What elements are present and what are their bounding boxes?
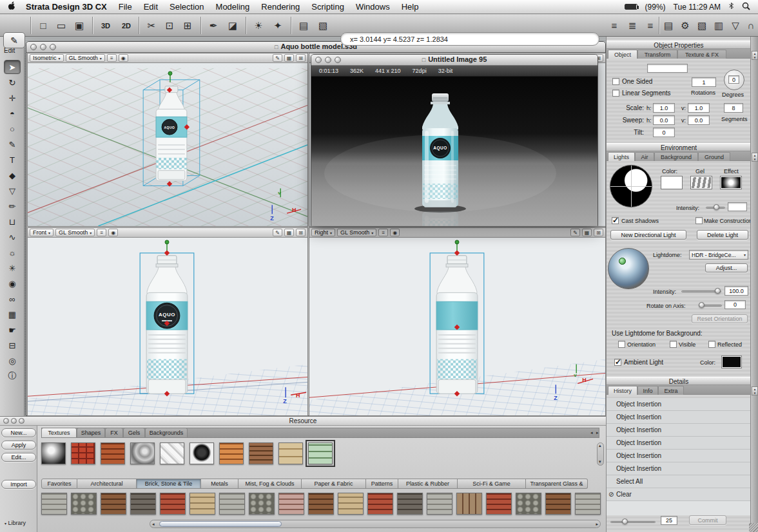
object-name-field[interactable] [647, 64, 688, 73]
apply-button[interactable]: Apply [1, 441, 36, 450]
menu-modeling[interactable]: Modeling [210, 2, 256, 12]
paste-icon[interactable]: ⊞ [179, 17, 196, 33]
snap-2d-button[interactable]: 2D [117, 18, 135, 33]
fill-tool[interactable]: ◆ [4, 168, 21, 182]
texture-thumbnail[interactable] [545, 493, 571, 515]
object-properties-header[interactable]: Object Properties [607, 41, 751, 49]
eraser-icon[interactable]: ◪ [224, 17, 241, 33]
polygon-tool[interactable]: ▽ [4, 184, 21, 198]
scroll-up-icon[interactable]: ▴ [599, 443, 601, 448]
menu-edit[interactable]: Edit [138, 2, 164, 12]
light-color-swatch[interactable] [661, 176, 683, 189]
texture-thumbnail[interactable] [456, 493, 482, 515]
texture-thumbnail[interactable] [249, 493, 275, 515]
scroll-right-icon[interactable]: ▸ [596, 522, 598, 527]
view-select-dropdown[interactable]: Front▾ [30, 229, 53, 236]
texture-thumbnail-brown-brick[interactable] [249, 442, 273, 464]
render-window-titlebar[interactable]: □Untitled Image 95 [311, 55, 598, 66]
delete-light-button[interactable]: Delete Light [697, 230, 748, 240]
tab-fx[interactable]: FX [105, 428, 123, 438]
section-scroll-icon[interactable]: ▴▾ [752, 51, 758, 60]
menu-rendering[interactable]: Rendering [255, 2, 306, 12]
texture-thumbnail[interactable] [397, 493, 423, 515]
texture-thumbnail[interactable] [190, 493, 215, 515]
linear-segments-checkbox[interactable] [612, 90, 619, 97]
printer-icon[interactable]: ▤ [661, 17, 675, 33]
funnel-icon[interactable]: ▽ [728, 17, 743, 33]
cast-shadows-checkbox[interactable] [612, 217, 619, 224]
texture-thumbnail[interactable] [308, 493, 334, 515]
menu-windows[interactable]: Windows [350, 2, 396, 12]
menubar-clock[interactable]: Tue 11:29 AM [674, 3, 721, 12]
rotate-tool[interactable]: ↻ [4, 75, 21, 90]
texture-thumbnail[interactable] [427, 493, 452, 515]
category-brick-stone-tile[interactable]: Brick, Stone & Tile [137, 479, 201, 489]
section-scroll-icon[interactable]: ▴▾ [752, 153, 758, 162]
link-tool[interactable]: ∞ [4, 292, 21, 306]
panel-b-icon[interactable]: ▧ [315, 17, 331, 33]
texture-thumbnail[interactable] [219, 493, 245, 515]
tab-gels[interactable]: Gels [123, 428, 145, 438]
annotate-icon[interactable]: ✎ [273, 54, 282, 62]
zoom-window-icon[interactable] [19, 418, 24, 424]
lightdome-dropdown[interactable]: HDR - BridgeCe... ▾ [689, 250, 748, 260]
expand-viewport-icon[interactable]: ⊞ [296, 54, 306, 62]
pencil-tool[interactable]: ✏ [4, 199, 21, 213]
category-paper-fabric[interactable]: Paper & Fabric [302, 479, 366, 489]
texture-thumbnail-chrome[interactable] [41, 442, 66, 464]
expand-viewport-icon[interactable]: ⊞ [296, 229, 306, 236]
minimize-icon[interactable] [40, 44, 46, 50]
view-select-dropdown[interactable]: Isometric▾ [30, 54, 64, 62]
tab-ground[interactable]: Ground [698, 152, 730, 161]
new-directional-light-button[interactable]: New Directional Light [610, 230, 686, 240]
ambient-light-checkbox[interactable] [614, 359, 621, 366]
minimize-icon[interactable] [11, 418, 17, 424]
scroll-left-icon[interactable]: ◂ [152, 522, 155, 527]
edit-button[interactable]: Edit... [1, 453, 36, 462]
view-select-dropdown[interactable]: Right▾ [311, 229, 335, 236]
extrude-tool[interactable]: ⊔ [4, 214, 21, 229]
ellipse-tool[interactable]: ○ [4, 122, 21, 136]
close-icon[interactable] [315, 57, 322, 63]
visibility-eye-icon[interactable]: ◉ [108, 229, 118, 236]
texture-thumbnail[interactable] [486, 493, 512, 515]
texture-thumbnail[interactable] [338, 493, 364, 515]
rotate-on-axis-field[interactable] [724, 300, 746, 309]
zoom-tool[interactable]: ◎ [4, 354, 21, 368]
current-tool-well[interactable]: ✎ [3, 32, 25, 48]
rotate-on-axis-slider[interactable] [699, 302, 722, 309]
resize-grip[interactable] [749, 523, 758, 532]
tabs-scroll-left-icon[interactable]: ◂ [590, 430, 593, 435]
category-favorites[interactable]: Favorites [41, 479, 77, 489]
text-tool[interactable]: T [4, 153, 21, 167]
coordinate-readout[interactable]: x= 3.0144 y= 4.5237 z= 1.2834 [340, 32, 599, 46]
grid-tool[interactable]: ▦ [4, 307, 21, 321]
spray-tool[interactable]: ✳ [4, 261, 21, 275]
tab-info[interactable]: Info [637, 386, 658, 395]
lightdome-intensity-field[interactable] [724, 286, 748, 296]
category-patterns[interactable]: Patterns [366, 479, 398, 489]
texture-thumbnail-white-weave[interactable] [160, 442, 184, 464]
degrees-field[interactable] [728, 75, 739, 84]
tab-textures[interactable]: Textures [41, 428, 77, 438]
library-toggle[interactable]: ▾ Library [3, 520, 26, 526]
tab-background[interactable]: Background [654, 152, 698, 161]
texture-thumbnail[interactable] [101, 493, 126, 515]
history-item[interactable]: Object Insertion [607, 424, 751, 437]
book-icon[interactable]: ▥ [712, 17, 726, 33]
render-canvas[interactable]: AQUO [311, 77, 598, 226]
render-window[interactable]: □Untitled Image 95 0:01:13 362K 441 x 21… [311, 54, 598, 226]
menu-scripting[interactable]: Scripting [306, 2, 350, 12]
battery-icon[interactable] [625, 4, 637, 10]
select-all-item[interactable]: Select All [607, 475, 751, 488]
magnet-icon[interactable]: ∩ [744, 17, 758, 33]
open-document-icon[interactable]: ▭ [53, 17, 70, 33]
import-button[interactable]: Import [1, 480, 36, 489]
intensity-field[interactable] [728, 202, 747, 211]
details-header[interactable]: Details [607, 377, 751, 385]
ambient-color-swatch[interactable] [721, 356, 742, 368]
tab-shapes[interactable]: Shapes [77, 428, 105, 438]
right-canvas[interactable]: Z H v [309, 238, 605, 415]
grid-toggle-icon[interactable]: ▦ [284, 54, 294, 62]
category-plastic-rubber[interactable]: Plastic & Rubber [398, 479, 458, 489]
